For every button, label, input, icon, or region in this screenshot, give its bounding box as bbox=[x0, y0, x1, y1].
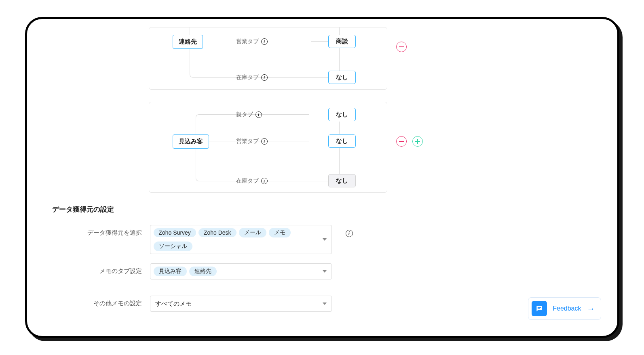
row-label-sales: 営業タブ i bbox=[236, 35, 268, 48]
source-multiselect[interactable]: Zoho Survey Zoho Desk メール メモ ソーシャル bbox=[150, 225, 332, 254]
value-pill[interactable]: 商談 bbox=[328, 35, 356, 48]
chip[interactable]: 連絡先 bbox=[189, 267, 217, 276]
chip[interactable]: ソーシャル bbox=[154, 242, 192, 251]
info-icon[interactable]: i bbox=[261, 74, 268, 81]
svg-rect-1 bbox=[399, 141, 404, 142]
chevron-down-icon bbox=[323, 238, 327, 241]
value-pill[interactable]: なし bbox=[328, 71, 356, 84]
chip[interactable]: Zoho Survey bbox=[154, 228, 196, 237]
form-label: メモのタブ設定 bbox=[65, 263, 142, 275]
row-label-inventory: 在庫タブ i bbox=[236, 71, 268, 84]
value-pill[interactable]: なし bbox=[328, 108, 356, 121]
device-frame: 連絡先 営業タブ i 商談 在庫タブ i なし 見込み客 bbox=[25, 17, 619, 338]
mapping-card: 見込み客 親タブ i なし 営業タブ i なし 在庫タブ i なし bbox=[149, 102, 387, 193]
chevron-down-icon bbox=[323, 270, 327, 273]
other-memo-select[interactable]: すべてのメモ bbox=[150, 296, 332, 312]
svg-rect-4 bbox=[538, 307, 541, 308]
chip[interactable]: メモ bbox=[269, 228, 291, 237]
module-chip[interactable]: 連絡先 bbox=[173, 35, 203, 49]
remove-button[interactable] bbox=[396, 42, 407, 52]
info-icon[interactable]: i bbox=[261, 138, 268, 145]
row-label-sales: 営業タブ i bbox=[236, 134, 268, 148]
info-icon[interactable]: i bbox=[261, 38, 268, 45]
remove-button[interactable] bbox=[396, 136, 407, 147]
info-icon[interactable]: i bbox=[346, 230, 353, 237]
chip[interactable]: 見込み客 bbox=[154, 267, 187, 276]
mapping-card: 連絡先 営業タブ i 商談 在庫タブ i なし bbox=[149, 27, 387, 90]
form-label: その他メモの設定 bbox=[65, 296, 142, 307]
chip[interactable]: Zoho Desk bbox=[198, 228, 236, 237]
svg-rect-0 bbox=[399, 46, 404, 47]
module-chip[interactable]: 見込み客 bbox=[173, 134, 209, 149]
arrow-right-icon: → bbox=[587, 304, 595, 313]
add-button[interactable] bbox=[412, 136, 423, 147]
info-icon[interactable]: i bbox=[255, 111, 262, 118]
chip[interactable]: メール bbox=[239, 228, 266, 237]
row-label-parent: 親タブ i bbox=[236, 108, 262, 122]
svg-rect-5 bbox=[538, 308, 540, 309]
value-pill[interactable]: なし bbox=[328, 134, 356, 148]
form-row-memo-tabs: メモのタブ設定 見込み客 連絡先 bbox=[65, 263, 332, 279]
svg-rect-3 bbox=[415, 141, 420, 142]
form-row-source: データ獲得元を選択 Zoho Survey Zoho Desk メール メモ ソ… bbox=[65, 225, 353, 254]
chat-icon bbox=[532, 301, 547, 316]
info-icon[interactable]: i bbox=[261, 178, 268, 184]
value-pill[interactable]: なし bbox=[328, 174, 356, 187]
memo-tabs-multiselect[interactable]: 見込み客 連絡先 bbox=[150, 263, 332, 279]
canvas: 連絡先 営業タブ i 商談 在庫タブ i なし 見込み客 bbox=[35, 27, 609, 328]
row-label-inventory: 在庫タブ i bbox=[236, 174, 268, 188]
feedback-label: Feedback bbox=[553, 305, 581, 312]
chevron-down-icon bbox=[323, 302, 327, 305]
feedback-button[interactable]: Feedback → bbox=[528, 297, 601, 320]
card-actions bbox=[396, 42, 407, 52]
form-row-other-memo: その他メモの設定 すべてのメモ bbox=[65, 296, 332, 312]
section-heading: データ獲得元の設定 bbox=[52, 205, 114, 214]
form-label: データ獲得元を選択 bbox=[65, 225, 142, 237]
card-actions bbox=[396, 136, 423, 147]
